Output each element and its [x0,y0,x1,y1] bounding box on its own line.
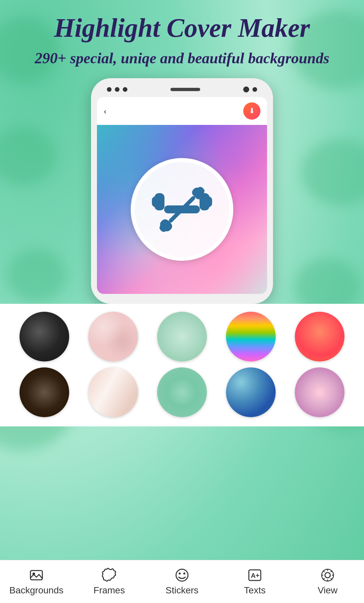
stickers-icon [175,568,189,582]
palette-item-blue-splash[interactable] [226,367,276,417]
download-button[interactable]: ⬇ [243,102,260,120]
svg-text:A+: A+ [251,572,259,579]
phone-dot [252,87,257,92]
bottom-nav: Backgrounds Frames Stickers A+ Texts Vie… [0,560,364,603]
svg-rect-10 [30,571,42,580]
phone-frame: ‹ ⬇ [91,78,273,304]
phone-screen: ‹ ⬇ [97,97,267,294]
app-subtitle: 290+ special, uniqe and beautiful backgr… [20,48,344,68]
texts-icon: A+ [248,568,262,582]
palette-row-2 [10,367,354,417]
header: Highlight Cover Maker 290+ special, uniq… [0,0,364,75]
phone-mockup: ‹ ⬇ [0,78,364,304]
nav-label-view: View [318,585,338,596]
app-title: Highlight Cover Maker [20,13,344,42]
svg-point-18 [322,569,334,581]
back-button[interactable]: ‹ [104,106,107,116]
phone-dot [107,87,112,92]
nav-item-backgrounds[interactable]: Backgrounds [7,568,66,596]
palette-item-pink-floral[interactable] [88,312,138,361]
backgrounds-icon [29,568,44,582]
svg-point-17 [325,573,330,578]
nav-label-texts: Texts [244,585,265,596]
svg-point-14 [183,573,185,575]
palette-item-orange-coral[interactable] [295,312,344,361]
phone-dot [115,87,119,92]
nav-label-backgrounds: Backgrounds [9,585,63,596]
palette-row-1 [10,312,354,361]
nav-label-stickers: Stickers [165,585,199,596]
palette-item-dark-texture[interactable] [20,312,69,361]
phone-dot [123,87,127,92]
palette-item-dark-mandala[interactable] [20,367,69,417]
phone-camera [243,86,249,92]
phone-dots [107,87,127,92]
phone-speaker [170,88,200,91]
svg-point-13 [179,573,181,575]
canvas-area [97,125,267,294]
view-icon [320,568,335,582]
nav-item-view[interactable]: View [298,568,357,596]
svg-point-12 [176,569,188,581]
nav-item-stickers[interactable]: Stickers [152,568,212,596]
palette-item-mint-watercolor[interactable] [157,367,207,417]
icon-circle[interactable] [131,158,233,261]
palette-item-marble[interactable] [88,367,138,417]
palette-item-pink-purple[interactable] [295,367,344,417]
screen-toolbar: ‹ ⬇ [97,97,267,125]
palette-section [0,304,364,426]
nav-item-texts[interactable]: A+ Texts [225,568,285,596]
dumbbell-icon [149,176,215,243]
phone-right-dots [243,86,257,92]
svg-rect-1 [152,197,159,207]
frames-icon [102,568,116,582]
nav-item-frames[interactable]: Frames [79,568,139,596]
phone-top-bar [97,86,267,97]
svg-rect-4 [205,197,212,207]
download-icon: ⬇ [249,107,255,115]
palette-item-mint-plain[interactable] [157,312,207,361]
nav-label-frames: Frames [94,585,125,596]
palette-item-rainbow[interactable] [226,312,276,361]
